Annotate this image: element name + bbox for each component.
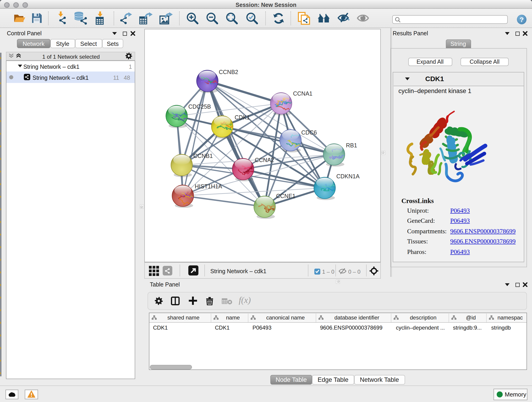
svg-text:HIST1H1A: HIST1H1A (195, 183, 222, 190)
svg-text:CDKN1A: CDKN1A (336, 173, 360, 179)
svg-text:CCNA1: CCNA1 (293, 90, 312, 97)
svg-text:CDK1: CDK1 (234, 114, 250, 121)
svg-text:CCNE1: CCNE1 (276, 193, 295, 199)
svg-text:CDC25B: CDC25B (188, 103, 211, 110)
svg-text:CCNB1: CCNB1 (193, 153, 213, 159)
svg-text:CCNB2: CCNB2 (219, 69, 238, 75)
svg-text:RB1: RB1 (346, 142, 357, 148)
svg-text:CCNA2: CCNA2 (254, 157, 274, 163)
svg-text:CDC6: CDC6 (301, 129, 317, 136)
